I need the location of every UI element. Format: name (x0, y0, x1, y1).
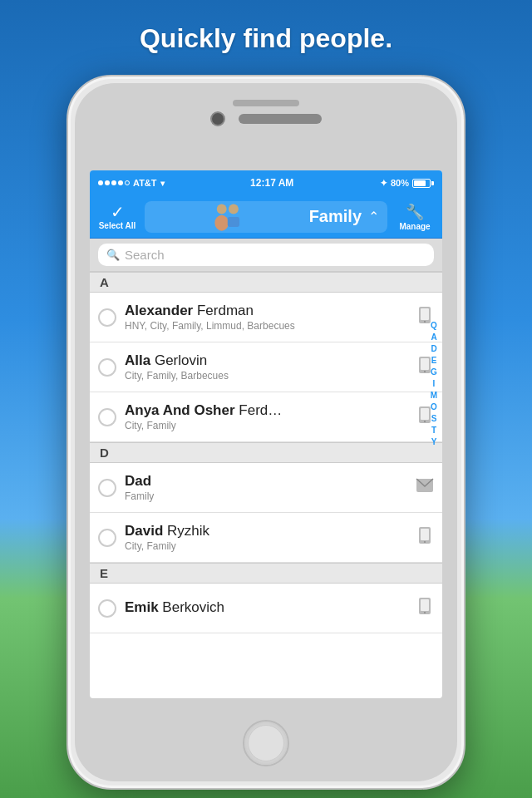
alpha-letter-D[interactable]: D (429, 343, 438, 355)
contact-row[interactable]: Alla GerlovinCity, Family, Barbecues (90, 342, 442, 392)
contact-radio-button[interactable] (98, 599, 116, 618)
contact-radio-button[interactable] (98, 479, 116, 497)
battery-fill (414, 180, 426, 186)
signal-dot-4 (118, 180, 123, 185)
battery-percent: 80% (391, 178, 409, 188)
home-button-inner (248, 725, 284, 761)
contact-tags: City, Family (125, 540, 409, 552)
manage-label: Manage (399, 222, 430, 231)
contact-first-name: Emik (125, 599, 159, 615)
contact-tags: City, Family (125, 420, 409, 431)
status-right: ✦ 80% (380, 178, 434, 189)
battery-icon (412, 179, 434, 188)
contact-radio-button[interactable] (98, 358, 116, 377)
contact-radio-button[interactable] (98, 408, 116, 426)
contact-tags: Family (125, 490, 409, 502)
contact-row[interactable]: David RyzhikCity, Family (90, 513, 442, 563)
group-name: Family (309, 207, 362, 226)
chevron-up-icon: ⌃ (368, 209, 379, 224)
search-icon: 🔍 (106, 249, 120, 261)
carrier-name: AT&T (133, 178, 157, 188)
alpha-letter-O[interactable]: O (429, 401, 439, 413)
contact-name: Alexander Ferdman (125, 303, 409, 319)
alpha-letter-E[interactable]: E (430, 355, 439, 367)
speaker-slot (233, 100, 299, 106)
contact-name: Anya And Osher Ferd… (125, 402, 409, 419)
nav-bar: ✓ Select All Family ⌃ (90, 195, 442, 239)
section-header-D: D (90, 442, 442, 463)
wifi-icon: ▾ (160, 179, 165, 188)
contact-first-name: Dad (125, 473, 151, 489)
phone-frame: AT&T ▾ 12:17 AM ✦ 80% (66, 75, 466, 790)
camera-mic-row (210, 111, 322, 126)
alpha-letter-I[interactable]: I (431, 378, 437, 390)
alpha-letter-Y[interactable]: Y (430, 436, 439, 448)
signal-dot-1 (98, 180, 103, 185)
contact-info: DadFamily (125, 473, 409, 502)
group-icon (153, 201, 303, 233)
contact-first-name: Anya And Osher (125, 402, 235, 418)
battery-tip (431, 181, 434, 185)
wrench-icon: 🔧 (406, 203, 424, 221)
contact-name: Dad (125, 473, 409, 490)
select-all-button[interactable]: ✓ Select All (96, 204, 138, 230)
select-all-label: Select All (99, 221, 136, 230)
front-camera (210, 111, 225, 126)
contact-first-name: David (125, 523, 163, 539)
signal-dot-3 (111, 180, 116, 185)
alpha-letter-S[interactable]: S (430, 413, 439, 425)
contact-tags: HNY, City, Family, Limmud, Barbecues (125, 320, 409, 332)
alpha-letter-T[interactable]: T (430, 425, 438, 436)
bluetooth-icon: ✦ (380, 178, 387, 189)
alpha-letter-A[interactable]: A (429, 332, 438, 343)
home-button[interactable] (243, 720, 289, 766)
status-bar: AT&T ▾ 12:17 AM ✦ 80% (90, 170, 442, 195)
search-input-container[interactable]: 🔍 Search (98, 244, 434, 266)
contact-name: David Ryzhik (125, 523, 409, 539)
contact-info: Anya And Osher Ferd…City, Family (125, 402, 409, 431)
phone-inner: AT&T ▾ 12:17 AM ✦ 80% (75, 83, 457, 781)
phone-hardware-top (75, 100, 457, 126)
search-bar: 🔍 Search (90, 239, 442, 272)
section-header-E: E (90, 563, 442, 584)
svg-point-2 (229, 204, 239, 214)
contact-name: Alla Gerlovin (125, 352, 409, 369)
contact-info: Alla GerlovinCity, Family, Barbecues (125, 352, 409, 382)
signal-dot-2 (105, 180, 110, 185)
contact-list: AAlexander FerdmanHNY, City, Family, Lim… (90, 272, 442, 633)
svg-point-1 (214, 214, 229, 230)
status-time: 12:17 AM (250, 177, 293, 189)
alpha-letter-G[interactable]: G (429, 367, 439, 378)
contact-radio-button[interactable] (98, 529, 116, 547)
contact-row[interactable]: Anya And Osher Ferd…City, Family (90, 392, 442, 442)
contact-info: Alexander FerdmanHNY, City, Family, Limm… (125, 303, 409, 332)
manage-button[interactable]: 🔧 Manage (394, 203, 436, 231)
headline: Quickly find people. (0, 23, 532, 54)
contact-radio-button[interactable] (98, 308, 116, 327)
checkmark-icon: ✓ (111, 204, 125, 220)
signal-indicator (98, 180, 130, 185)
svg-rect-3 (228, 217, 239, 227)
contact-row[interactable]: DadFamily (90, 463, 442, 513)
contact-row[interactable]: Emik Berkovich (90, 584, 442, 633)
alpha-letter-Q[interactable]: Q (429, 320, 439, 332)
status-left: AT&T ▾ (98, 178, 165, 188)
section-header-A: A (90, 272, 442, 293)
earpiece (239, 114, 322, 124)
contact-tags: City, Family, Barbecues (125, 370, 409, 382)
contact-row[interactable]: Alexander FerdmanHNY, City, Family, Limm… (90, 293, 442, 342)
screen: AT&T ▾ 12:17 AM ✦ 80% (90, 170, 442, 698)
alpha-index[interactable]: QADEGIMOSTY (426, 316, 442, 698)
alpha-letter-M[interactable]: M (429, 390, 439, 401)
battery-body (412, 179, 431, 188)
signal-dot-5 (125, 180, 130, 185)
svg-point-0 (217, 204, 227, 214)
contact-info: David RyzhikCity, Family (125, 523, 409, 552)
contact-first-name: Alexander (125, 303, 193, 318)
search-placeholder: Search (125, 248, 165, 262)
contact-name: Emik Berkovich (125, 599, 409, 616)
contact-info: Emik Berkovich (125, 599, 409, 616)
contact-first-name: Alla (125, 352, 150, 368)
group-selector[interactable]: Family ⌃ (145, 201, 387, 233)
